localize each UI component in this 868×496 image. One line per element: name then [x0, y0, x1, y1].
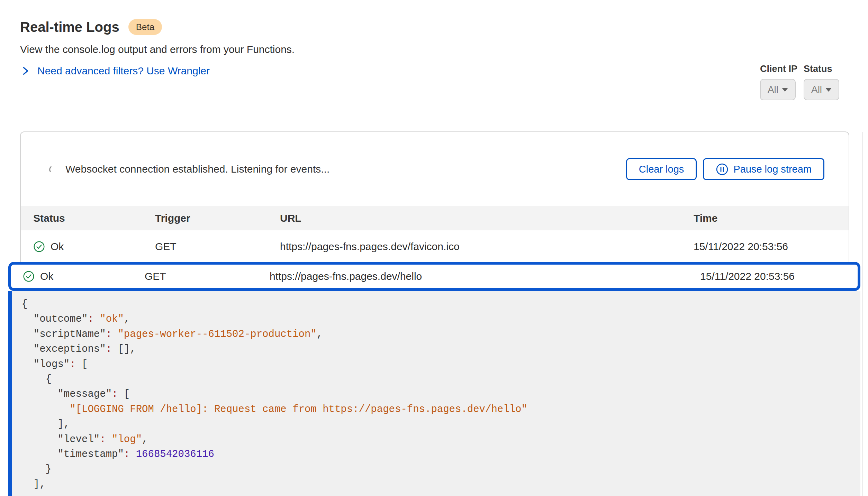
status-cell: Ok	[23, 270, 145, 282]
column-header-url: URL	[280, 212, 694, 224]
status-filter: Status All	[804, 64, 839, 100]
check-circle-icon	[33, 241, 45, 252]
url-cell: https://pages-fns.pages.dev/hello	[270, 270, 700, 282]
beta-badge: Beta	[128, 19, 162, 35]
client-ip-filter-label: Client IP	[760, 64, 797, 74]
status-label: Ok	[40, 270, 53, 282]
status-filter-value: All	[811, 84, 822, 95]
table-row-selected[interactable]: Ok GET https://pages-fns.pages.dev/hello…	[8, 262, 860, 291]
code-line: "level": "log",	[21, 432, 860, 447]
advanced-filters-link[interactable]: Need advanced filters? Use Wrangler	[21, 65, 210, 77]
clear-logs-button-label: Clear logs	[639, 164, 684, 175]
pause-log-stream-button[interactable]: Pause log stream	[703, 158, 824, 180]
column-header-status: Status	[33, 212, 155, 224]
url-cell: https://pages-fns.pages.dev/favicon.ico	[280, 241, 694, 252]
code-line: "message": [	[21, 387, 860, 402]
client-ip-filter-value: All	[768, 84, 778, 95]
check-circle-icon	[23, 270, 35, 282]
code-line: "logs": [	[21, 357, 860, 372]
code-line: "scriptName": "pages-worker--611502-prod…	[21, 327, 860, 342]
log-filters: Client IP All Status All	[760, 64, 839, 100]
column-header-time: Time	[694, 212, 849, 224]
page-subtitle: View the console.log output and errors f…	[20, 44, 295, 55]
status-filter-label: Status	[804, 64, 839, 74]
table-row[interactable]: Ok GET https://pages-fns.pages.dev/favic…	[21, 230, 849, 263]
code-line: "timestamp": 1668542036116	[21, 447, 860, 462]
caret-down-icon	[782, 88, 788, 92]
code-line: "exceptions": [],	[21, 342, 860, 357]
code-line: "outcome": "ok",	[21, 312, 860, 327]
logs-panel: Websocket connection established. Listen…	[20, 131, 849, 263]
client-ip-filter-dropdown[interactable]: All	[760, 79, 796, 100]
time-cell: 15/11/2022 20:53:56	[694, 241, 849, 252]
status-cell: Ok	[33, 241, 155, 252]
trigger-cell: GET	[155, 241, 280, 252]
column-header-trigger: Trigger	[155, 212, 280, 224]
pause-icon	[716, 163, 729, 176]
time-cell: 15/11/2022 20:53:56	[700, 270, 858, 282]
spinner-icon	[48, 165, 58, 174]
status-label: Ok	[51, 241, 64, 252]
connection-status-row: Websocket connection established. Listen…	[21, 132, 849, 206]
code-line: ],	[21, 477, 860, 492]
chevron-right-icon	[21, 65, 30, 76]
scrollbar[interactable]	[862, 132, 863, 496]
connection-status-message: Websocket connection established. Listen…	[65, 163, 329, 175]
code-line: "[LOGGING FROM /hello]: Request came fro…	[21, 402, 860, 417]
code-line: }	[21, 462, 860, 477]
table-header: Status Trigger URL Time	[21, 206, 849, 230]
log-detail-json: { "outcome": "ok", "scriptName": "pages-…	[8, 291, 860, 496]
code-line: {	[21, 297, 860, 312]
client-ip-filter: Client IP All	[760, 64, 797, 100]
log-actions: Clear logs Pause log stream	[626, 158, 824, 180]
page-title: Real-time Logs	[20, 19, 119, 35]
pause-log-stream-button-label: Pause log stream	[733, 164, 812, 175]
page-header: Real-time Logs Beta	[20, 19, 162, 35]
clear-logs-button[interactable]: Clear logs	[626, 158, 697, 180]
advanced-filters-link-label: Need advanced filters? Use Wrangler	[37, 65, 210, 77]
caret-down-icon	[825, 88, 832, 92]
code-line: ],	[21, 417, 860, 432]
trigger-cell: GET	[145, 270, 270, 282]
status-filter-dropdown[interactable]: All	[804, 79, 839, 100]
code-line: {	[21, 372, 860, 387]
